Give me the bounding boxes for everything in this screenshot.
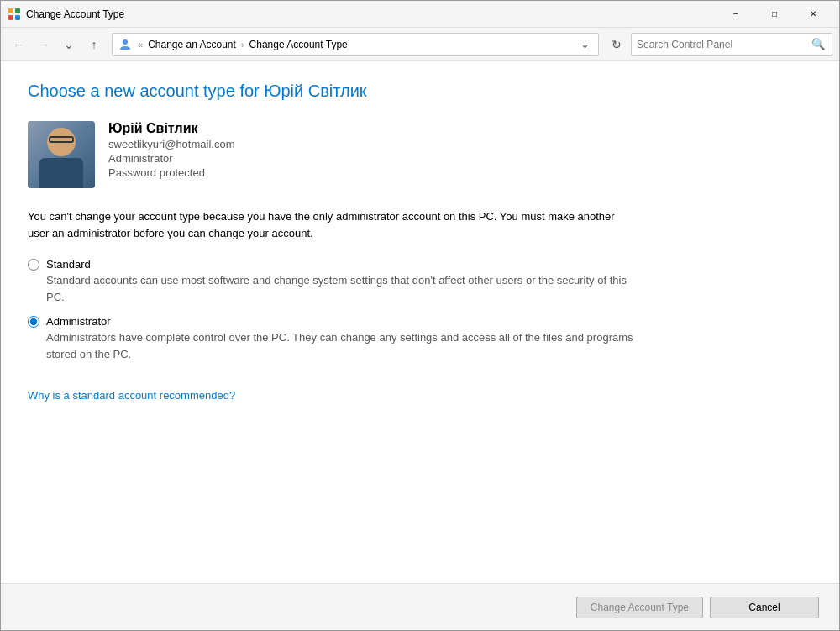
minimize-button[interactable]: − xyxy=(717,1,755,28)
administrator-option: Administrator Administrators have comple… xyxy=(28,315,812,362)
address-separator1: « xyxy=(138,39,143,50)
recent-button[interactable]: ⌄ xyxy=(58,34,80,55)
search-input[interactable] xyxy=(637,39,806,50)
forward-button[interactable]: → xyxy=(33,34,55,55)
standard-radio[interactable] xyxy=(28,259,39,271)
search-icon-button[interactable]: 🔍 xyxy=(810,36,827,53)
warning-text: You can't change your account type becau… xyxy=(28,208,633,241)
avatar-image xyxy=(28,121,95,188)
cancel-button[interactable]: Cancel xyxy=(710,597,819,618)
account-type-radio-group: Standard Standard accounts can use most … xyxy=(28,258,812,362)
change-account-type-button[interactable]: Change Account Type xyxy=(576,597,703,618)
search-box: 🔍 xyxy=(631,33,832,56)
footer: Change Account Type Cancel xyxy=(1,583,839,630)
maximize-button[interactable]: □ xyxy=(755,1,794,28)
address-breadcrumb-box: « Change an Account › Change Account Typ… xyxy=(112,33,599,56)
user-status: Password protected xyxy=(108,166,234,179)
window-title: Change Account Type xyxy=(26,8,717,20)
svg-rect-0 xyxy=(8,8,13,13)
page-title: Choose a new account type for Юрій Світл… xyxy=(28,82,812,101)
addressbar: ← → ⌄ ↑ « Change an Account › Change Acc… xyxy=(1,28,839,61)
window-controls: − □ ✕ xyxy=(717,1,832,28)
address-icon xyxy=(118,37,133,52)
address-dropdown-button[interactable]: ⌄ xyxy=(576,36,593,53)
address-arrow: › xyxy=(241,39,244,50)
titlebar: Change Account Type − □ ✕ xyxy=(1,1,839,28)
administrator-label-text: Administrator xyxy=(46,315,111,328)
administrator-description: Administrators have complete control ove… xyxy=(46,329,634,362)
svg-rect-2 xyxy=(8,15,13,20)
standard-option: Standard Standard accounts can use most … xyxy=(28,258,812,305)
user-role: Administrator xyxy=(108,152,234,165)
breadcrumb-change-account[interactable]: Change an Account xyxy=(148,39,236,50)
administrator-radio[interactable] xyxy=(28,316,39,328)
user-section: Юрій Світлик sweetlikyuri@hotmail.com Ad… xyxy=(28,121,812,188)
why-standard-link[interactable]: Why is a standard account recommended? xyxy=(28,389,235,402)
content-area: Choose a new account type for Юрій Світл… xyxy=(1,61,839,583)
main-window: Change Account Type − □ ✕ ← → ⌄ ↑ « Chan… xyxy=(0,0,840,631)
refresh-button[interactable]: ↻ xyxy=(606,34,627,55)
svg-point-4 xyxy=(123,39,128,45)
close-button[interactable]: ✕ xyxy=(794,1,832,28)
standard-radio-label[interactable]: Standard xyxy=(28,258,812,271)
breadcrumb-change-type: Change Account Type xyxy=(249,39,348,50)
user-email: sweetlikyuri@hotmail.com xyxy=(108,138,234,150)
standard-label-text: Standard xyxy=(46,258,91,271)
up-button[interactable]: ↑ xyxy=(83,34,105,55)
avatar xyxy=(28,121,95,188)
app-icon xyxy=(8,8,21,21)
user-info: Юрій Світлик sweetlikyuri@hotmail.com Ad… xyxy=(108,121,234,179)
svg-rect-1 xyxy=(15,8,20,13)
administrator-radio-label[interactable]: Administrator xyxy=(28,315,812,328)
user-name: Юрій Світлик xyxy=(108,121,234,136)
back-button[interactable]: ← xyxy=(8,34,29,55)
standard-description: Standard accounts can use most software … xyxy=(46,272,634,305)
avatar-body xyxy=(39,158,83,188)
avatar-glasses xyxy=(49,136,74,143)
svg-rect-3 xyxy=(15,15,20,20)
